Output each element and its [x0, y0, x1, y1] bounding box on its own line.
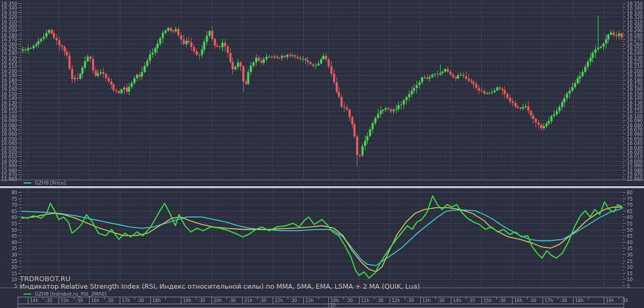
time-axis[interactable] — [18, 297, 624, 308]
quik-chart-window: GZH9 [Price] TRDROBOT.RU Индикатор Relat… — [0, 0, 644, 308]
watermark-site: TRDROBOT.RU — [20, 275, 420, 283]
panel-splitter[interactable] — [0, 186, 644, 189]
rsi-series-label: GZH9 [trdrobot.ru_RSI_2MA0] — [35, 291, 106, 297]
rsi-plot-area[interactable] — [21, 189, 623, 288]
price-series-swatch-icon — [24, 182, 31, 184]
watermark: TRDROBOT.RU Индикатор Relative Strength … — [20, 275, 420, 290]
rsi-axis-left[interactable] — [0, 189, 21, 288]
price-axis-left[interactable] — [0, 0, 21, 180]
rsi-axis-right[interactable] — [623, 189, 644, 288]
watermark-description: Индикатор Relative Strength Index (RSI, … — [20, 283, 420, 290]
price-plot-area[interactable] — [21, 0, 623, 180]
rsi-panel-legend: GZH9 [trdrobot.ru_RSI_2MA0] — [24, 291, 106, 297]
rsi-series-swatch-icon — [24, 294, 31, 295]
price-series-label: GZH9 [Price] — [35, 180, 65, 186]
price-axis-right[interactable] — [623, 0, 644, 180]
price-panel-legend: GZH9 [Price] — [24, 180, 65, 186]
